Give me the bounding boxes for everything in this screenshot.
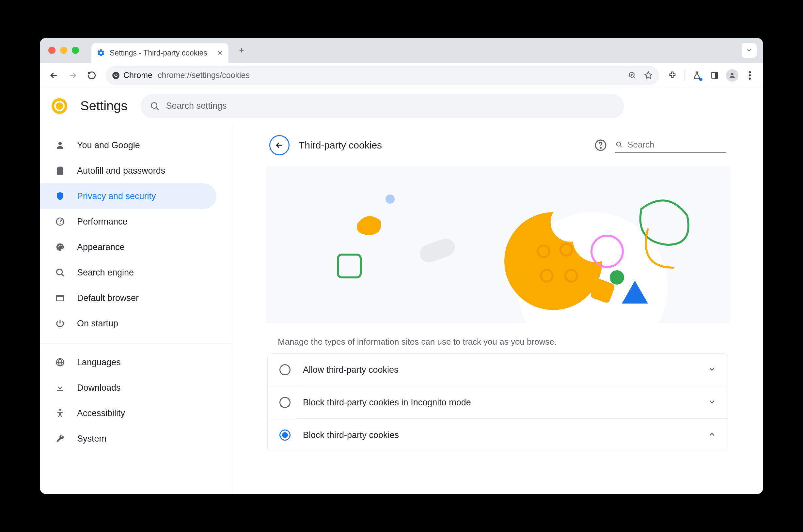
globe-icon xyxy=(54,356,66,368)
svg-point-17 xyxy=(59,245,60,246)
radio-button[interactable] xyxy=(280,397,290,408)
svg-point-24 xyxy=(59,409,61,411)
sidebar-item-downloads[interactable]: Downloads xyxy=(40,375,216,400)
page-title: Third-party cookies xyxy=(299,140,382,151)
page-description: Manage the types of information sites ca… xyxy=(266,323,730,354)
svg-point-7 xyxy=(749,71,751,73)
sidebar-item-privacy-and-security[interactable]: Privacy and security xyxy=(40,184,216,209)
svg-rect-14 xyxy=(58,172,62,173)
svg-point-6 xyxy=(731,73,733,75)
bookmark-star-icon[interactable] xyxy=(643,71,653,80)
profile-button[interactable] xyxy=(725,68,740,83)
settings-gear-icon xyxy=(97,49,105,57)
sidebar-item-you-and-google[interactable]: You and Google xyxy=(40,133,216,158)
sidebar-item-label: Downloads xyxy=(77,383,121,393)
page-back-button[interactable] xyxy=(269,135,289,155)
sidebar-item-languages[interactable]: Languages xyxy=(40,349,216,375)
minimize-window-button[interactable] xyxy=(60,47,67,54)
reload-button[interactable] xyxy=(83,67,100,83)
settings-search[interactable]: Search settings xyxy=(141,94,624,118)
browser-icon xyxy=(54,292,66,304)
sidebar-item-on-startup[interactable]: On startup xyxy=(40,311,216,336)
page-search-input[interactable] xyxy=(627,140,726,150)
browser-window: Settings - Third-party cookies Chrome ch… xyxy=(40,38,763,494)
download-icon xyxy=(54,382,66,394)
extensions-button[interactable] xyxy=(665,68,680,83)
site-chip-label: Chrome xyxy=(123,71,152,80)
radio-button[interactable] xyxy=(280,430,290,441)
browser-toolbar: Chrome chrome://settings/cookies xyxy=(40,63,763,88)
cookie-option-2[interactable]: Block third-party cookies xyxy=(268,419,728,451)
cookie-option-1[interactable]: Block third-party cookies in Incognito m… xyxy=(268,386,728,418)
sidebar-item-search-engine[interactable]: Search engine xyxy=(40,260,216,285)
svg-rect-5 xyxy=(715,73,718,78)
sidebar-item-default-browser[interactable]: Default browser xyxy=(40,285,216,311)
close-window-button[interactable] xyxy=(48,47,56,54)
sidebar-item-system[interactable]: System xyxy=(40,426,216,451)
svg-rect-13 xyxy=(58,170,62,171)
page-search[interactable] xyxy=(615,138,726,153)
svg-point-2 xyxy=(115,74,117,76)
sidebar-item-performance[interactable]: Performance xyxy=(40,209,216,234)
radio-button[interactable] xyxy=(280,364,290,375)
sidebar-item-autofill-and-passwords[interactable]: Autofill and passwords xyxy=(40,158,216,184)
menu-button[interactable] xyxy=(742,68,757,83)
cookie-options-card: Allow third-party cookiesBlock third-par… xyxy=(267,354,728,451)
search-icon xyxy=(54,267,66,279)
app-title: Settings xyxy=(80,99,128,113)
page-header: Third-party cookies xyxy=(266,124,730,167)
expand-chevron-icon[interactable] xyxy=(708,430,716,440)
sidebar-item-label: You and Google xyxy=(77,140,140,150)
chrome-canary-logo-icon xyxy=(52,98,67,114)
svg-point-27 xyxy=(617,142,621,146)
svg-rect-34 xyxy=(338,254,361,278)
search-icon xyxy=(615,140,623,149)
svg-point-37 xyxy=(610,270,624,285)
settings-main: Third-party cookies xyxy=(232,124,763,494)
svg-point-10 xyxy=(151,102,157,108)
expand-chevron-icon[interactable] xyxy=(708,398,716,407)
side-panel-button[interactable] xyxy=(707,68,722,83)
new-tab-button[interactable] xyxy=(236,45,247,56)
site-chip[interactable]: Chrome xyxy=(112,71,152,80)
search-icon xyxy=(150,101,160,111)
labs-button[interactable] xyxy=(689,68,704,83)
forward-button[interactable] xyxy=(65,67,81,83)
clipboard-icon xyxy=(54,165,66,176)
sidebar-item-label: Default browser xyxy=(77,293,139,303)
tab-title: Settings - Third-party cookies xyxy=(110,49,207,57)
zoom-icon[interactable] xyxy=(628,71,637,80)
speed-icon xyxy=(54,216,66,227)
address-bar[interactable]: Chrome chrome://settings/cookies xyxy=(106,66,659,85)
svg-point-33 xyxy=(385,194,395,204)
option-label: Block third-party cookies in Incognito m… xyxy=(303,398,471,407)
svg-point-16 xyxy=(58,246,59,247)
sidebar-item-label: System xyxy=(77,434,107,444)
toolbar-actions xyxy=(665,68,757,83)
arrow-left-icon xyxy=(274,140,284,150)
window-controls xyxy=(46,47,83,54)
tab-list-button[interactable] xyxy=(742,43,757,58)
wrench-icon xyxy=(54,433,66,444)
svg-point-18 xyxy=(61,245,62,246)
cookie-option-0[interactable]: Allow third-party cookies xyxy=(268,354,728,386)
sidebar-item-label: Search engine xyxy=(77,268,134,278)
settings-sidebar: You and GoogleAutofill and passwordsPriv… xyxy=(40,124,232,494)
sidebar-item-appearance[interactable]: Appearance xyxy=(40,234,216,260)
settings-header: Settings Search settings xyxy=(40,88,763,124)
sidebar-item-label: Performance xyxy=(77,217,128,227)
hero-illustration xyxy=(266,167,730,323)
sidebar-item-label: Autofill and passwords xyxy=(77,166,165,176)
accessibility-icon xyxy=(54,407,66,419)
palette-icon xyxy=(54,241,66,253)
back-button[interactable] xyxy=(46,67,62,83)
close-tab-icon[interactable] xyxy=(217,50,223,56)
settings-search-placeholder: Search settings xyxy=(166,101,227,111)
sidebar-item-accessibility[interactable]: Accessibility xyxy=(40,400,216,426)
help-icon[interactable] xyxy=(594,139,607,151)
sidebar-item-label: Appearance xyxy=(77,242,125,252)
browser-tab[interactable]: Settings - Third-party cookies xyxy=(91,43,229,63)
expand-chevron-icon[interactable] xyxy=(708,365,716,375)
settings-body: You and GoogleAutofill and passwordsPriv… xyxy=(40,124,763,494)
maximize-window-button[interactable] xyxy=(72,47,79,54)
